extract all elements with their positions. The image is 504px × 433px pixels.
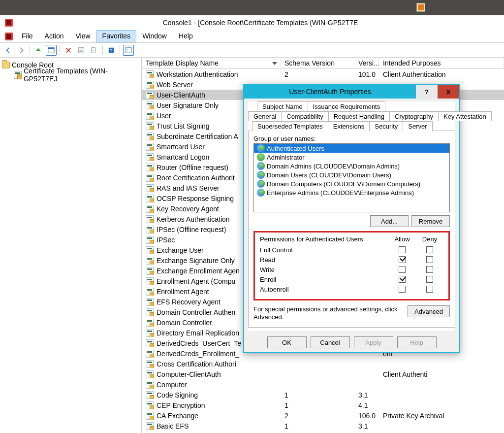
table-row[interactable]: CEP Encryption14.1: [142, 400, 504, 410]
table-row[interactable]: Cross Certification Authori: [142, 359, 504, 369]
ok-button[interactable]: OK: [267, 336, 307, 348]
menu-help[interactable]: Help: [173, 30, 199, 42]
allow-header: Allow: [388, 235, 416, 243]
up-button[interactable]: [33, 45, 44, 56]
group-item[interactable]: Authenticated Users: [254, 144, 449, 153]
show-hide-tree-button[interactable]: [46, 45, 57, 56]
group-item[interactable]: Domain Users (CLOUDDEV\Domain Users): [254, 170, 449, 179]
menu-favorites[interactable]: Favorites: [96, 30, 137, 42]
cert-icon: [146, 298, 154, 306]
apply-button[interactable]: Apply: [354, 336, 393, 348]
cert-icon: [146, 277, 154, 285]
deny-checkbox[interactable]: [426, 266, 433, 273]
col-version[interactable]: Versi...: [354, 58, 379, 68]
cancel-button[interactable]: Cancel: [311, 336, 350, 348]
advanced-button[interactable]: Advanced: [408, 305, 450, 317]
tab-extensions[interactable]: Extensions: [328, 121, 370, 131]
tree-child[interactable]: Certificate Templates (WIN-GP52T7EJ: [0, 70, 141, 80]
dialog-title: User-ClientAuth Properties: [244, 85, 416, 99]
cert-icon: [146, 122, 154, 130]
tab-compatibility[interactable]: Compatibility: [281, 111, 328, 121]
menu-view[interactable]: View: [69, 30, 96, 42]
group-item[interactable]: Enterprise Admins (CLOUDDEV\Enterprise A…: [254, 188, 449, 197]
deny-checkbox[interactable]: [426, 276, 433, 283]
menu-action[interactable]: Action: [39, 30, 70, 42]
cert-icon: [146, 81, 154, 89]
dialog-close-button[interactable]: X: [438, 85, 459, 99]
tab-key-attestation[interactable]: Key Attestation: [438, 111, 492, 121]
properties-dialog: User-ClientAuth Properties ? X Subject N…: [243, 84, 460, 353]
tab-subject-name[interactable]: Subject Name: [257, 101, 308, 111]
permission-row: Write: [260, 265, 443, 274]
cert-icon: [146, 319, 154, 327]
cert-icon: [146, 195, 154, 202]
deny-checkbox[interactable]: [426, 286, 433, 293]
group-icon: [257, 189, 265, 197]
external-dark-strip: [0, 0, 504, 15]
deny-checkbox[interactable]: [426, 256, 433, 263]
permission-row: Read: [260, 255, 443, 265]
group-item[interactable]: Domain Computers (CLOUDDEV\Domain Comput…: [254, 179, 449, 188]
menu-window[interactable]: Window: [136, 30, 173, 42]
cert-icon: [146, 381, 154, 389]
cert-icon: [146, 153, 154, 161]
list-header: Template Display Name Schema Version Ver…: [142, 58, 504, 69]
back-button[interactable]: [3, 45, 14, 56]
cert-icon: [146, 339, 154, 347]
tab-cryptography[interactable]: Cryptography: [389, 111, 439, 121]
cert-icon: [146, 370, 154, 378]
tab-request-handling[interactable]: Request Handling: [328, 111, 390, 121]
table-row[interactable]: Workstation Authentication2101.0Client A…: [142, 69, 504, 79]
svg-rect-1: [48, 47, 54, 49]
group-item[interactable]: Domain Admins (CLOUDDEV\Domain Admins): [254, 162, 449, 170]
user-icon: [257, 153, 265, 161]
table-row[interactable]: Code Signing13.1: [142, 390, 504, 400]
table-row[interactable]: Computer: [142, 379, 504, 390]
tab-general[interactable]: General: [248, 111, 282, 121]
dialog-titlebar[interactable]: User-ClientAuth Properties ? X: [244, 85, 459, 99]
col-purposes[interactable]: Intended Purposes: [379, 58, 504, 68]
menu-file[interactable]: File: [16, 30, 39, 42]
tab-superseded-templates[interactable]: Superseded Templates: [252, 121, 328, 131]
forward-button[interactable]: [16, 45, 27, 56]
menubar-app-icon: [5, 33, 13, 40]
table-row[interactable]: CA Exchange2106.0Private Key Archival: [142, 410, 504, 421]
col-name[interactable]: Template Display Name: [142, 58, 281, 68]
allow-checkbox[interactable]: [399, 276, 406, 283]
table-row[interactable]: Computer-ClientAuthClient Authenti: [142, 369, 504, 379]
cert-icon: [146, 133, 154, 140]
deny-checkbox[interactable]: [426, 246, 433, 253]
cert-icon: [146, 360, 154, 368]
remove-button[interactable]: Remove: [411, 215, 450, 227]
cert-templates-icon: [14, 71, 22, 79]
help-dialog-button[interactable]: Help: [397, 336, 437, 348]
cert-icon: [146, 174, 154, 182]
cert-icon: [146, 329, 154, 337]
add-button[interactable]: Add...: [370, 215, 409, 227]
col-schema[interactable]: Schema Version: [281, 58, 354, 68]
group-item[interactable]: Administrator: [254, 153, 449, 162]
cert-icon: [146, 412, 154, 420]
allow-checkbox[interactable]: [399, 256, 406, 263]
tab-security[interactable]: Security: [369, 121, 403, 131]
permission-row: Enroll: [260, 274, 443, 284]
group-user-list[interactable]: Authenticated UsersAdministratorDomain A…: [253, 143, 450, 212]
allow-checkbox[interactable]: [399, 286, 406, 293]
view-button[interactable]: [123, 45, 134, 56]
table-row[interactable]: Basic EFS13.1: [142, 421, 504, 431]
allow-checkbox[interactable]: [399, 266, 406, 273]
allow-checkbox[interactable]: [399, 246, 406, 253]
tab-server[interactable]: Server: [403, 121, 432, 131]
export-button[interactable]: [89, 45, 99, 56]
dialog-help-button[interactable]: ?: [416, 85, 438, 99]
delete-button[interactable]: [63, 45, 74, 56]
cert-icon: [146, 205, 154, 213]
tab-issuance-requirements[interactable]: Issuance Requirements: [308, 101, 386, 111]
help-button[interactable]: ?: [106, 45, 117, 56]
svg-rect-7: [126, 47, 127, 53]
cert-icon: [146, 91, 154, 99]
cert-icon: [146, 401, 154, 409]
special-permissions-text: For special permissions or advanced sett…: [253, 305, 408, 321]
properties-button[interactable]: [76, 45, 87, 56]
deny-header: Deny: [416, 235, 443, 243]
